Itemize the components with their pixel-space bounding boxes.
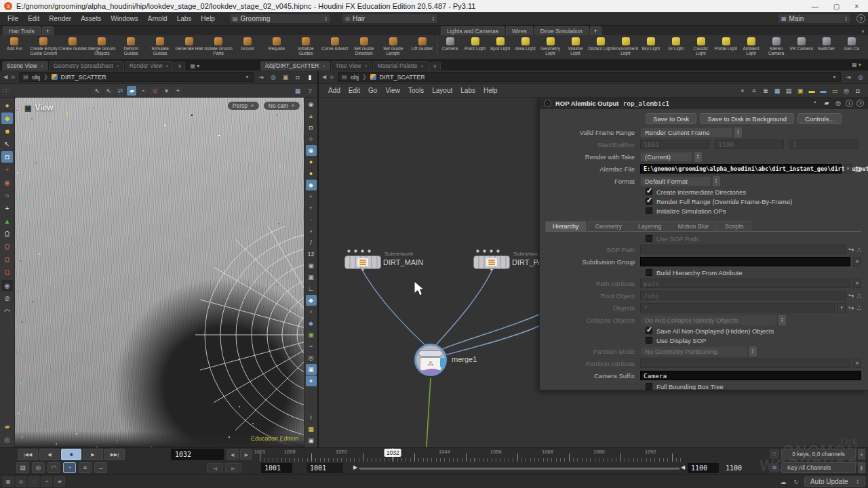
lasso-hint-icon[interactable]: ◌: [28, 476, 39, 487]
node-name-label[interactable]: DIRT_PA: [512, 258, 542, 266]
param-tab-layering[interactable]: Layering: [631, 221, 669, 231]
smooth-brush-icon[interactable]: ◉: [1, 177, 13, 188]
node-flag-bar[interactable]: [418, 350, 443, 357]
character-picker-icon[interactable]: ◘: [293, 73, 302, 82]
display-guides-icon[interactable]: ◆: [1, 113, 13, 124]
projection-select[interactable]: Persp▼: [228, 102, 259, 110]
build-hierarchy-from-attribute-checkbox[interactable]: [646, 269, 652, 276]
target-tool-icon[interactable]: ◎: [306, 352, 317, 363]
node-merge1[interactable]: ⁂: [414, 344, 447, 376]
save-to-disk-button[interactable]: Save to Disk: [646, 113, 696, 124]
menu-arrow-icon[interactable]: ▼: [853, 257, 861, 266]
snapshot-icon[interactable]: ▣: [306, 435, 317, 446]
radial-menu-icon[interactable]: ◎: [269, 73, 278, 82]
viewport-help-icon[interactable]: ?: [305, 86, 315, 96]
net-menu-edit[interactable]: Edit: [344, 87, 364, 94]
menu-render[interactable]: Render: [44, 15, 76, 22]
normal-light-icon[interactable]: ●: [306, 168, 317, 179]
spinner-icon[interactable]: ▲▼: [734, 127, 742, 138]
shelf-tool-set-guide-length[interactable]: Set Guide Length: [378, 37, 408, 56]
add-shelf-tab-button[interactable]: +: [42, 26, 54, 35]
net-menu-labs[interactable]: Labs: [456, 87, 479, 94]
flag-display-icon[interactable]: ▾: [161, 86, 171, 96]
stamp-b-icon[interactable]: ▣: [306, 272, 317, 283]
range-slider-right-handle[interactable]: ◀: [681, 464, 685, 470]
secure-selection-lock-icon[interactable]: ◘: [1, 151, 13, 163]
groom-brush-icon[interactable]: ▰: [127, 86, 136, 96]
pane-split-icon[interactable]: ▦ ▾: [190, 63, 199, 69]
location-pin-icon[interactable]: ●: [306, 375, 317, 386]
toolbar-handle-icon[interactable]: ∷∷: [3, 87, 9, 94]
headlight-icon[interactable]: ●: [306, 157, 317, 167]
node-output-dot[interactable]: [361, 268, 365, 271]
close-icon[interactable]: ×: [165, 64, 168, 68]
play-button[interactable]: ▶: [83, 449, 103, 460]
spinner-icon[interactable]: ▲▼: [694, 152, 702, 162]
search-params-icon[interactable]: ◎: [834, 99, 842, 107]
display-flag[interactable]: [440, 358, 445, 367]
pane-tab-tree-view[interactable]: Tree View×: [331, 61, 372, 70]
shelf-tool-area-light[interactable]: Area Light: [513, 37, 538, 56]
grid-snap-icon[interactable]: ▦: [772, 86, 782, 96]
shelf-tool-curve-advect[interactable]: Curve Advect: [320, 37, 349, 56]
net-menu-tools[interactable]: Tools: [404, 87, 428, 94]
range-slider[interactable]: [359, 468, 679, 470]
guide-magnet-full-icon[interactable]: Ω: [1, 267, 13, 279]
op-path-icon[interactable]: ∴: [857, 246, 861, 253]
chevron-down-icon[interactable]: ▼: [832, 75, 837, 79]
global-animation-options-icon[interactable]: ◎: [32, 462, 45, 473]
target-hint-icon[interactable]: +: [41, 476, 52, 487]
info-icon[interactable]: i: [306, 412, 317, 423]
render-full-range-override-frame-by-frame-checkbox[interactable]: [646, 198, 652, 205]
key-all-channels-select[interactable]: Key All Channels: [781, 462, 856, 473]
close-icon[interactable]: ×: [421, 64, 424, 68]
net-menu-view[interactable]: View: [381, 87, 404, 94]
shelf-tool-create-guides[interactable]: Create Guides: [58, 37, 87, 56]
shelf-tool-camera[interactable]: Camera: [437, 37, 462, 56]
use-display-sop-checkbox[interactable]: [646, 337, 652, 344]
viewport-3d[interactable]: ▣ View Persp▼ No cam▼ Education Edition: [15, 98, 304, 447]
shelf-tool-create-empty-guide-groom[interactable]: Create Empty Guide Groom: [29, 37, 58, 56]
use-sop-path-checkbox[interactable]: [646, 235, 652, 242]
back-icon[interactable]: ◀: [3, 74, 8, 80]
context-help-icon[interactable]: ?: [856, 14, 865, 23]
node-name-field[interactable]: rop_alembic1: [623, 100, 807, 107]
menu-labs[interactable]: Labs: [172, 15, 197, 22]
prev-key-button[interactable]: |◀: [207, 463, 223, 472]
ruler-12-icon[interactable]: 12: [306, 249, 317, 260]
network-breadcrumb[interactable]: ▤ obj ❯ DIRT_SCATTER ▼: [338, 72, 841, 82]
select-tool-icon[interactable]: ↖: [1, 138, 13, 150]
shelf-tool-simulate-guides[interactable]: Simulate Guides: [146, 37, 175, 56]
display-model-icon[interactable]: ●: [1, 100, 13, 111]
arc-tool-icon[interactable]: ◠: [1, 306, 13, 317]
radial-menu-select[interactable]: ◎ Hair▲▼: [342, 14, 438, 24]
range-start-field[interactable]: 1001: [307, 463, 343, 473]
display-skin-icon[interactable]: ■: [1, 125, 13, 137]
corner-pin-icon[interactable]: ∟: [306, 283, 317, 294]
sop-path-field[interactable]: [640, 245, 846, 254]
update-mode-select[interactable]: Auto Update ▲▼: [804, 476, 865, 487]
shelf-tool-merge-groom-objects[interactable]: Merge Groom Objects: [87, 37, 117, 56]
menu-file[interactable]: File: [3, 15, 23, 22]
next-key-button[interactable]: ▶|: [225, 463, 241, 472]
brush-override-icon[interactable]: ▰: [823, 99, 831, 107]
disc-tool-icon[interactable]: ◎: [1, 434, 13, 445]
keys-expand-icon[interactable]: ▲: [858, 449, 865, 460]
orbit-hint-icon[interactable]: ◎: [16, 476, 26, 487]
scene-breadcrumb[interactable]: ▤ obj ❯ DIRT_SCATTER ▼: [19, 72, 254, 82]
menu-arnold[interactable]: Arnold: [143, 15, 172, 22]
node-name-label[interactable]: merge1: [452, 355, 477, 363]
needle-marker-icon[interactable]: /: [306, 237, 317, 248]
network-canvas[interactable]: Education Edition Geometry Subnetwork DI…: [319, 98, 868, 447]
keyframe-colors-icon[interactable]: ∵: [770, 449, 779, 459]
add-pane-tab-button[interactable]: +: [174, 62, 185, 70]
customize-wrench-icon[interactable]: ×: [738, 86, 747, 96]
create-intermediate-directories-checkbox[interactable]: [646, 188, 652, 195]
zoom-region-icon[interactable]: ▫: [138, 86, 148, 96]
partition-mode-select[interactable]: No Geometry Partitioning: [640, 346, 747, 357]
desktop-select[interactable]: ▤ Grooming▲▼: [229, 14, 331, 24]
objects-field[interactable]: *: [640, 303, 835, 312]
shelf-tool-lift-guides[interactable]: Lift Guides: [408, 37, 437, 56]
reselect-icon[interactable]: ↪: [848, 292, 854, 300]
snapshot-view-icon[interactable]: ▣: [306, 364, 317, 375]
